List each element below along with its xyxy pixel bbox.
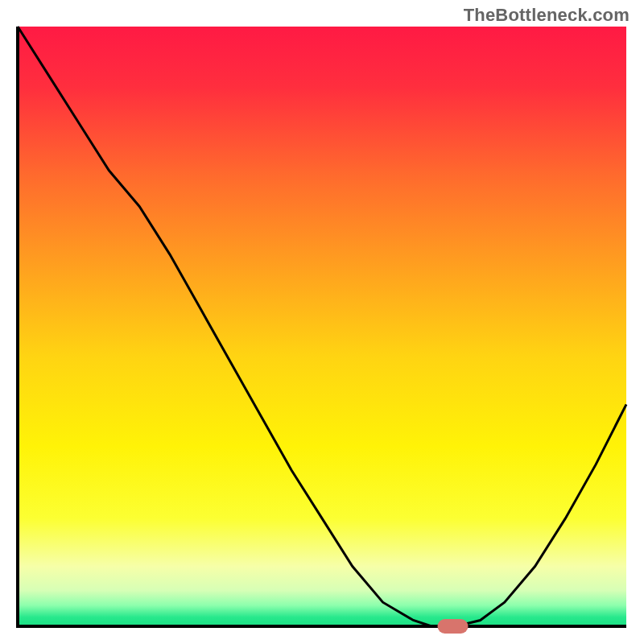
plot-background — [18, 27, 626, 626]
attribution-text: TheBottleneck.com — [464, 5, 630, 26]
sweet-spot-marker — [438, 619, 469, 634]
bottleneck-chart — [0, 0, 644, 644]
